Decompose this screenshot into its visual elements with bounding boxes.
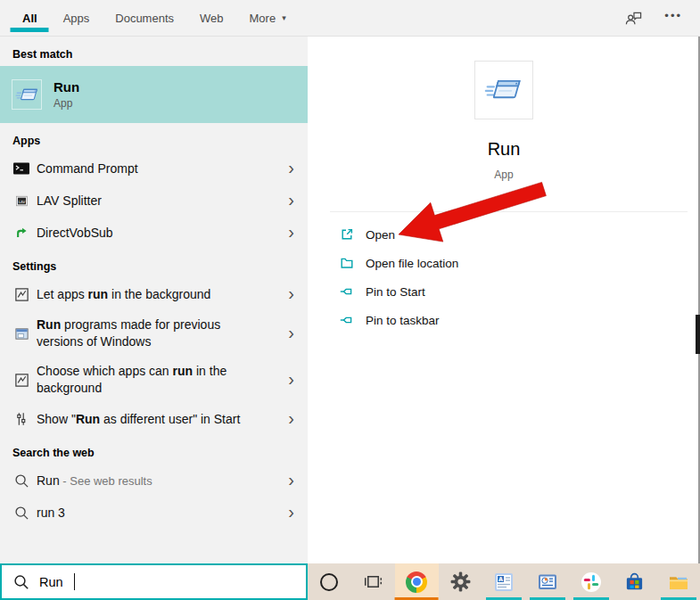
chevron-right-icon[interactable]: › xyxy=(288,222,294,242)
tab-apps[interactable]: Apps xyxy=(63,0,90,36)
tab-documents[interactable]: Documents xyxy=(115,0,174,36)
result-label: Run - See web results xyxy=(37,473,152,489)
result-label: DirectVobSub xyxy=(37,225,113,242)
tab-web-label: Web xyxy=(200,12,224,25)
compatibility-icon xyxy=(12,325,30,342)
chevron-down-icon: ▾ xyxy=(282,13,286,22)
action-pin-to-taskbar[interactable]: Pin to taskbar xyxy=(330,306,682,334)
search-icon xyxy=(12,504,30,522)
action-label: Pin to taskbar xyxy=(366,314,440,327)
section-header-best-match: Best match xyxy=(12,48,308,61)
results-panel: Best match Run App Apps Command Prompt ›… xyxy=(0,37,308,563)
preview-panel: Run App Open Open file location Pin to S… xyxy=(308,37,700,563)
chevron-right-icon[interactable]: › xyxy=(288,284,294,304)
tab-apps-label: Apps xyxy=(63,12,90,25)
result-command-prompt[interactable]: Command Prompt › xyxy=(0,152,308,185)
result-web-run-3[interactable]: run 3 › xyxy=(0,497,308,529)
filter-tabs: All Apps Documents Web More ▾ xyxy=(0,0,286,36)
presentation-icon xyxy=(538,572,557,592)
taskbar-presentation-app-button[interactable] xyxy=(525,563,569,600)
chevron-right-icon[interactable]: › xyxy=(288,470,294,490)
action-open[interactable]: Open xyxy=(330,220,682,249)
result-label: Show "Run as different user" in Start xyxy=(37,411,240,428)
document-a-icon: A xyxy=(494,572,514,592)
section-header-settings: Settings xyxy=(12,260,308,273)
chevron-right-icon[interactable]: › xyxy=(288,502,294,522)
taskbar-task-view-button[interactable] xyxy=(351,563,395,600)
tab-all-label: All xyxy=(22,12,37,25)
taskbar-slack-button[interactable] xyxy=(569,563,613,600)
result-show-run-as-different-user[interactable]: Show "Run as different user" in Start › xyxy=(0,403,308,435)
pin-icon xyxy=(340,284,354,299)
chevron-right-icon[interactable]: › xyxy=(288,323,294,343)
background-apps-icon xyxy=(12,371,30,389)
run-app-icon-tile xyxy=(474,61,533,119)
action-label: Open xyxy=(366,228,395,242)
result-directvobsub[interactable]: DirectVobSub › xyxy=(0,217,308,249)
taskbar-store-button[interactable] xyxy=(613,563,656,600)
svg-text:LAV: LAV xyxy=(18,199,25,203)
taskbar: A xyxy=(308,563,700,600)
result-label: Let apps run in the background xyxy=(37,286,210,303)
best-match-result-run[interactable]: Run App xyxy=(0,66,308,123)
scrollbar-thumb[interactable] xyxy=(696,315,700,354)
search-icon xyxy=(13,574,29,590)
directvobsub-icon xyxy=(12,224,30,242)
search-header: All Apps Documents Web More ▾ ••• xyxy=(0,0,700,37)
tab-more[interactable]: More ▾ xyxy=(250,0,286,36)
tab-web[interactable]: Web xyxy=(200,0,224,36)
feedback-icon[interactable] xyxy=(624,10,643,27)
search-input[interactable]: Run xyxy=(0,563,308,600)
sliders-icon xyxy=(12,410,30,428)
result-choose-apps-background[interactable]: Choose which apps can run in the backgro… xyxy=(0,357,308,403)
tab-more-label: More xyxy=(250,12,276,25)
tab-all[interactable]: All xyxy=(22,0,37,36)
pin-icon xyxy=(340,313,354,327)
taskbar-document-app-button[interactable]: A xyxy=(482,563,526,600)
slack-icon xyxy=(581,571,602,593)
taskbar-settings-button[interactable] xyxy=(439,563,482,600)
microsoft-store-icon xyxy=(624,571,645,592)
preview-subtitle: App xyxy=(308,168,700,181)
search-icon xyxy=(12,472,30,489)
tab-documents-label: Documents xyxy=(115,12,174,25)
file-explorer-icon xyxy=(668,571,689,593)
section-header-search-the-web: Search the web xyxy=(12,447,308,459)
lav-splitter-icon: LAV xyxy=(12,192,30,210)
result-label: run 3 xyxy=(37,505,65,522)
task-view-icon xyxy=(364,572,383,591)
result-run-compatibility[interactable]: Run programs made for previous versions … xyxy=(0,310,308,357)
result-web-run[interactable]: Run - See web results › xyxy=(0,464,308,497)
divider xyxy=(330,211,688,212)
chevron-right-icon[interactable]: › xyxy=(288,158,294,178)
action-pin-to-start[interactable]: Pin to Start xyxy=(330,277,682,306)
chevron-right-icon[interactable]: › xyxy=(288,190,294,210)
result-label: Choose which apps can run in the backgro… xyxy=(37,363,259,397)
taskbar-file-explorer-button[interactable] xyxy=(656,563,700,600)
result-let-apps-run-background[interactable]: Let apps run in the background › xyxy=(0,278,308,310)
taskbar-cortana-button[interactable] xyxy=(308,563,351,600)
result-label: LAV Splitter xyxy=(37,193,102,210)
folder-location-icon xyxy=(340,256,354,270)
chevron-right-icon[interactable]: › xyxy=(288,408,294,429)
result-label: Run programs made for previous versions … xyxy=(37,316,259,350)
section-header-apps: Apps xyxy=(12,135,308,147)
more-options-icon[interactable]: ••• xyxy=(664,12,682,26)
chevron-right-icon[interactable]: › xyxy=(288,369,294,390)
action-open-file-location[interactable]: Open file location xyxy=(330,249,682,277)
cortana-icon xyxy=(320,573,338,591)
text-cursor xyxy=(74,573,76,590)
action-list: Open Open file location Pin to Start Pin… xyxy=(330,220,682,334)
action-label: Pin to Start xyxy=(366,285,425,299)
result-label: Command Prompt xyxy=(37,160,138,177)
open-icon xyxy=(340,227,354,242)
best-match-subtitle: App xyxy=(54,97,79,110)
chrome-icon xyxy=(406,571,427,593)
action-label: Open file location xyxy=(366,257,458,270)
background-apps-icon xyxy=(12,285,30,303)
best-match-title: Run xyxy=(54,79,79,95)
taskbar-chrome-button[interactable] xyxy=(395,563,439,600)
result-lav-splitter[interactable]: LAV LAV Splitter › xyxy=(0,185,308,217)
gear-icon xyxy=(449,571,472,593)
svg-text:A: A xyxy=(498,575,503,582)
